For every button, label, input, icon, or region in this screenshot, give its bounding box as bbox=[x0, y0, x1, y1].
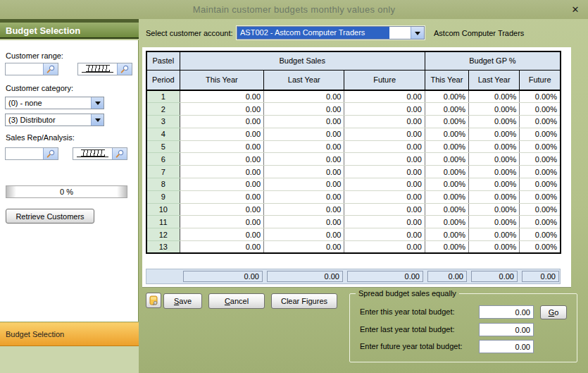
budget-value-cell[interactable]: 0.00 bbox=[264, 128, 344, 140]
budget-value-cell[interactable]: 0.00 bbox=[344, 203, 425, 216]
budget-value-cell[interactable]: 0.00% bbox=[469, 153, 520, 166]
budget-value-cell[interactable]: 0.00 bbox=[344, 153, 425, 166]
budget-value-cell[interactable]: 0.00% bbox=[520, 178, 561, 191]
budget-value-cell[interactable]: 0.00% bbox=[425, 241, 468, 254]
budget-value-cell[interactable]: 0.00% bbox=[469, 241, 520, 254]
this-year-budget-input[interactable] bbox=[479, 305, 534, 319]
last-year-budget-input[interactable] bbox=[479, 323, 534, 336]
budget-value-cell[interactable]: 0.00 bbox=[344, 166, 425, 178]
budget-value-cell[interactable]: 0.00% bbox=[469, 228, 520, 241]
budget-value-cell[interactable]: 0.00 bbox=[264, 116, 344, 128]
budget-value-cell[interactable]: 0.00 bbox=[344, 241, 425, 254]
budget-value-cell[interactable]: 0.00% bbox=[520, 228, 561, 241]
budget-value-cell[interactable]: 0.00 bbox=[180, 116, 263, 128]
budget-value-cell[interactable]: 0.00 bbox=[180, 241, 263, 254]
customer-range-from-lookup-button[interactable] bbox=[43, 63, 58, 75]
budget-value-cell[interactable]: 0.00% bbox=[425, 190, 468, 203]
budget-value-cell[interactable]: 0.00% bbox=[425, 103, 468, 116]
budget-value-cell[interactable]: 0.00 bbox=[180, 90, 263, 103]
budget-value-cell[interactable]: 0.00% bbox=[469, 190, 520, 203]
clear-figures-button[interactable]: Clear Figures bbox=[271, 293, 337, 309]
budget-value-cell[interactable]: 0.00% bbox=[520, 153, 561, 166]
budget-value-cell[interactable]: 0.00 bbox=[344, 90, 425, 103]
customer-account-select[interactable]: AST002 - Astcom Computer Traders bbox=[236, 25, 425, 40]
dropdown-button[interactable] bbox=[91, 97, 104, 109]
budget-value-cell[interactable]: 0.00 bbox=[344, 178, 425, 191]
budget-value-cell[interactable]: 0.00% bbox=[520, 166, 561, 178]
range-end-mask[interactable] bbox=[82, 65, 113, 73]
budget-value-cell[interactable]: 0.00% bbox=[520, 241, 561, 254]
budget-value-cell[interactable]: 0.00% bbox=[469, 128, 520, 140]
customer-category-select-1[interactable]: (0) - none bbox=[5, 97, 104, 109]
budget-value-cell[interactable]: 0.00 bbox=[264, 166, 344, 178]
budget-value-cell[interactable]: 0.00% bbox=[425, 178, 468, 191]
go-button[interactable]: Go bbox=[540, 305, 567, 319]
budget-value-cell[interactable]: 0.00% bbox=[469, 116, 520, 128]
customer-range-from-input[interactable] bbox=[6, 63, 43, 75]
customer-category-select-2[interactable]: (3) Distributor bbox=[5, 114, 104, 126]
budget-value-cell[interactable]: 0.00% bbox=[520, 103, 561, 116]
budget-value-cell[interactable]: 0.00% bbox=[520, 128, 561, 140]
budget-value-cell[interactable]: 0.00% bbox=[425, 228, 468, 241]
budget-value-cell[interactable]: 0.00 bbox=[264, 241, 344, 254]
budget-selection-tab[interactable]: Budget Selection bbox=[0, 322, 139, 346]
budget-value-cell[interactable]: 0.00 bbox=[180, 153, 263, 166]
customer-range-to-lookup-button[interactable] bbox=[117, 63, 132, 75]
budget-value-cell[interactable]: 0.00 bbox=[264, 90, 344, 103]
budget-value-cell[interactable]: 0.00% bbox=[520, 216, 561, 228]
budget-value-cell[interactable]: 0.00 bbox=[264, 190, 344, 203]
budget-value-cell[interactable]: 0.00 bbox=[264, 203, 344, 216]
budget-value-cell[interactable]: 0.00 bbox=[344, 190, 425, 203]
budget-value-cell[interactable]: 0.00% bbox=[425, 140, 468, 153]
budget-value-cell[interactable]: 0.00 bbox=[264, 153, 344, 166]
budget-value-cell[interactable]: 0.00% bbox=[520, 140, 561, 153]
budget-value-cell[interactable]: 0.00 bbox=[264, 140, 344, 153]
budget-value-cell[interactable]: 0.00 bbox=[344, 116, 425, 128]
budget-value-cell[interactable]: 0.00% bbox=[425, 90, 468, 103]
budget-value-cell[interactable]: 0.00 bbox=[180, 190, 263, 203]
sales-rep-to-lookup-button[interactable] bbox=[112, 148, 127, 159]
budget-value-cell[interactable]: 0.00% bbox=[469, 90, 520, 103]
budget-value-cell[interactable]: 0.00% bbox=[520, 203, 561, 216]
budget-value-cell[interactable]: 0.00 bbox=[264, 216, 344, 228]
sales-rep-from-input[interactable] bbox=[6, 148, 43, 159]
dropdown-button[interactable] bbox=[91, 114, 104, 126]
budget-value-cell[interactable]: 0.00% bbox=[469, 166, 520, 178]
budget-value-cell[interactable]: 0.00 bbox=[180, 228, 263, 241]
budget-value-cell[interactable]: 0.00% bbox=[469, 140, 520, 153]
budget-value-cell[interactable]: 0.00% bbox=[425, 153, 468, 166]
budget-value-cell[interactable]: 0.00% bbox=[425, 216, 468, 228]
budget-value-cell[interactable]: 0.00% bbox=[469, 178, 520, 191]
budget-value-cell[interactable]: 0.00 bbox=[344, 128, 425, 140]
budget-value-cell[interactable]: 0.00 bbox=[180, 140, 263, 153]
budget-value-cell[interactable]: 0.00 bbox=[344, 103, 425, 116]
range-end-mask[interactable] bbox=[77, 149, 108, 157]
budget-value-cell[interactable]: 0.00% bbox=[425, 166, 468, 178]
sales-rep-from-lookup-button[interactable] bbox=[43, 148, 58, 159]
budget-value-cell[interactable]: 0.00 bbox=[180, 203, 263, 216]
dropdown-button[interactable] bbox=[411, 27, 424, 39]
cancel-button[interactable]: Cancel bbox=[208, 293, 265, 309]
budget-value-cell[interactable]: 0.00 bbox=[344, 216, 425, 228]
budget-value-cell[interactable]: 0.00 bbox=[180, 103, 263, 116]
budget-value-cell[interactable]: 0.00% bbox=[520, 90, 561, 103]
budget-value-cell[interactable]: 0.00 bbox=[264, 103, 344, 116]
budget-value-cell[interactable]: 0.00 bbox=[344, 140, 425, 153]
save-button[interactable]: Save bbox=[163, 293, 202, 309]
budget-value-cell[interactable]: 0.00% bbox=[425, 116, 468, 128]
budget-value-cell[interactable]: 0.00 bbox=[264, 178, 344, 191]
budget-value-cell[interactable]: 0.00 bbox=[264, 228, 344, 241]
budget-value-cell[interactable]: 0.00% bbox=[425, 203, 468, 216]
note-button[interactable] bbox=[146, 293, 161, 308]
close-button[interactable]: ✕ bbox=[568, 3, 582, 16]
budget-value-cell[interactable]: 0.00% bbox=[425, 128, 468, 140]
budget-value-cell[interactable]: 0.00 bbox=[344, 228, 425, 241]
budget-value-cell[interactable]: 0.00% bbox=[520, 116, 561, 128]
budget-value-cell[interactable]: 0.00 bbox=[180, 166, 263, 178]
future-year-budget-input[interactable] bbox=[479, 340, 534, 353]
budget-value-cell[interactable]: 0.00% bbox=[469, 103, 520, 116]
budget-value-cell[interactable]: 0.00 bbox=[180, 178, 263, 191]
budget-value-cell[interactable]: 0.00 bbox=[180, 216, 263, 228]
budget-value-cell[interactable]: 0.00% bbox=[520, 190, 561, 203]
budget-value-cell[interactable]: 0.00 bbox=[180, 128, 263, 140]
